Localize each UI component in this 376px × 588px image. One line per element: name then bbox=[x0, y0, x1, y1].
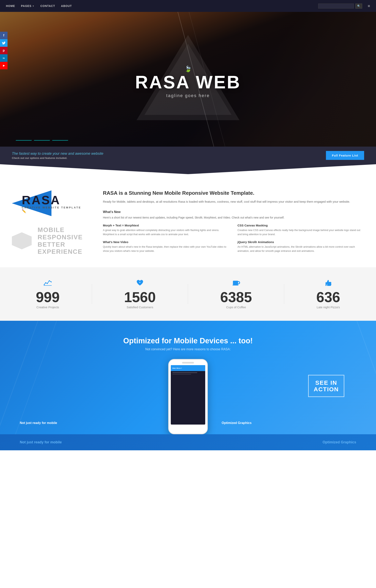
nav-search-area: 🔍 ≡ bbox=[318, 4, 370, 9]
features-left-column: RASA CREATIVE WEBSITE TEMPLATE ✏️ MOBILE… bbox=[12, 190, 91, 255]
logo-name: RASA bbox=[22, 193, 61, 207]
stat-chart-icon bbox=[36, 279, 60, 288]
nav-pages-arrow: ▼ bbox=[32, 5, 34, 7]
ms-line-3 bbox=[356, 321, 376, 434]
phone-content-line bbox=[172, 374, 191, 375]
hero-leaf-icon: 🍃 bbox=[135, 65, 241, 72]
diagonal-left bbox=[0, 164, 188, 174]
whats-new-text: Here's a short list of our newest items … bbox=[103, 215, 364, 220]
stat-label-3: Cups of Coffee bbox=[220, 305, 252, 309]
feature-item-2: CSS Canvas Masking Creative new CSS and … bbox=[238, 224, 364, 237]
tagline-subtext: Check out our options and features inclu… bbox=[12, 156, 103, 160]
stat-creative-projects: 999 Creative Projects bbox=[36, 279, 60, 309]
hero-bottom-lines bbox=[16, 140, 68, 141]
phone-screen-header: Main Menu ≡ bbox=[171, 365, 205, 371]
stat-label-4: Late night Pizza's bbox=[316, 305, 340, 309]
whats-new-section: What's New Here's a short list of our ne… bbox=[103, 210, 364, 253]
stat-customers: ♥ 1560 Satisfied Customers bbox=[124, 279, 156, 309]
whats-new-title: What's New bbox=[103, 210, 364, 214]
blue-diagonal-separator bbox=[0, 164, 376, 174]
hex-icon-wrapper bbox=[12, 230, 34, 252]
see-action-button[interactable]: SEE IN ACTION bbox=[308, 375, 344, 397]
stat-divider-2 bbox=[188, 284, 188, 304]
see-action-line2: ACTION bbox=[314, 386, 339, 392]
stat-coffee-icon bbox=[220, 279, 252, 288]
stat-label-1: Creative Projects bbox=[36, 305, 60, 309]
phone-speaker bbox=[182, 362, 194, 364]
feature-item-1: Morph + Text = Morphtext A great way to … bbox=[103, 224, 230, 237]
hero-section: f p in ▶ 🍃 RASA WEB tagline goes here bbox=[0, 12, 376, 147]
mobile-col-right: Optimized Graphics bbox=[222, 421, 356, 434]
stat-number-3: 6385 bbox=[220, 290, 252, 304]
social-pinterest[interactable]: p bbox=[0, 47, 8, 54]
feature-item-text-3: Quickly learn about what's new in the Ra… bbox=[103, 245, 230, 253]
mobile-labels-block: MOBILE RESPONSIVE BETTER EXPERIENCE bbox=[38, 226, 83, 255]
logo-text-block: RASA CREATIVE WEBSITE TEMPLATE ✏️ bbox=[12, 193, 91, 213]
bottom-teaser: Not just ready for mobile Optimized Grap… bbox=[0, 434, 376, 450]
features-section: RASA CREATIVE WEBSITE TEMPLATE ✏️ MOBILE… bbox=[0, 174, 376, 267]
search-input[interactable] bbox=[318, 4, 354, 9]
mobile-responsive-block: MOBILE RESPONSIVE BETTER EXPERIENCE bbox=[12, 226, 91, 255]
features-intro-title: RASA is a Stunning New Mobile Reponsive … bbox=[103, 190, 364, 196]
phone-content-line bbox=[172, 372, 197, 373]
mobile-label-1: MOBILE bbox=[38, 226, 83, 234]
feature-item-3: What's New Video Quickly learn about wha… bbox=[103, 240, 230, 253]
nav-about[interactable]: ABOUT bbox=[61, 4, 72, 8]
mobile-col-left: Not just ready for mobile bbox=[20, 421, 154, 434]
hero-title: RASA WEB bbox=[135, 73, 241, 91]
feature-item-title-2: CSS Canvas Masking bbox=[238, 224, 364, 227]
stat-divider-1 bbox=[92, 284, 92, 304]
phone-frame: Main Menu ≡ bbox=[168, 359, 208, 434]
social-youtube[interactable]: ▶ bbox=[0, 62, 8, 69]
feature-item-text-4: An HTML alternative to JavaScript animat… bbox=[238, 245, 364, 253]
stat-number-4: 636 bbox=[316, 290, 340, 304]
nav-contact[interactable]: CONTACT bbox=[40, 4, 55, 8]
social-twitter[interactable] bbox=[0, 39, 8, 47]
hamburger-icon[interactable]: ≡ bbox=[368, 4, 370, 8]
social-sidebar: f p in ▶ bbox=[0, 32, 8, 69]
stat-label-2: Satisfied Customers bbox=[124, 305, 156, 309]
stat-thumbsup-icon bbox=[316, 279, 340, 288]
hero-content: 🍃 RASA WEB tagline goes here bbox=[135, 65, 241, 98]
diagonal-right bbox=[188, 164, 376, 174]
features-right-column: RASA is a Stunning New Mobile Reponsive … bbox=[103, 190, 364, 253]
stat-number-2: 1560 bbox=[124, 290, 156, 304]
social-linkedin[interactable]: in bbox=[0, 54, 8, 62]
svg-point-2 bbox=[47, 283, 48, 284]
phone-menu-label: Main Menu ≡ bbox=[172, 367, 182, 369]
feature-item-title-3: What's New Video bbox=[103, 240, 230, 244]
nav-pages[interactable]: PAGES ▼ bbox=[21, 4, 34, 8]
svg-point-3 bbox=[49, 280, 50, 281]
see-action-line1: SEE IN bbox=[314, 379, 339, 386]
feature-item-title-4: jQuery Skrollr Animations bbox=[238, 240, 364, 244]
bottom-teaser-right-link[interactable]: Optimized Graphics bbox=[323, 440, 356, 444]
feature-item-text-2: Creative new CSS and Canvas effects real… bbox=[238, 228, 364, 237]
stat-coffee: 6385 Cups of Coffee bbox=[220, 279, 252, 309]
stat-heart-icon: ♥ bbox=[124, 279, 156, 288]
feature-item-4: jQuery Skrollr Animations An HTML altern… bbox=[238, 240, 364, 253]
mobile-section-inner: Optimized for Mobile Devices ... too! No… bbox=[20, 337, 356, 434]
nav-home[interactable]: HOME bbox=[6, 4, 15, 8]
feature-item-text-1: A great way to grab attention without co… bbox=[103, 228, 230, 237]
mobile-section-subtitle: Not convinced yet? Here are more reasons… bbox=[20, 348, 356, 351]
mobile-col-left-title: Not just ready for mobile bbox=[20, 421, 154, 425]
hero-diag-line-2 bbox=[34, 140, 50, 141]
phone-mockup-wrapper: Main Menu ≡ bbox=[166, 359, 210, 434]
stat-divider-3 bbox=[284, 284, 284, 304]
hero-diag-line-1 bbox=[16, 140, 32, 141]
tagline-bar: The fastest way to create your new and a… bbox=[0, 147, 376, 164]
svg-rect-8 bbox=[232, 285, 239, 285]
social-facebook[interactable]: f bbox=[0, 32, 8, 39]
search-button[interactable]: 🔍 bbox=[355, 4, 362, 9]
tagline-prefix: The fastest way to create your new and a… bbox=[12, 152, 91, 155]
mobile-section-content: Not just ready for mobile Main Menu ≡ bbox=[20, 359, 356, 434]
svg-rect-7 bbox=[233, 281, 238, 285]
hero-tagline: tagline goes here bbox=[135, 93, 241, 98]
svg-point-1 bbox=[45, 282, 46, 283]
feature-list-button[interactable]: Full Feature List bbox=[326, 151, 364, 160]
bottom-teaser-left-link[interactable]: Not just ready for mobile bbox=[20, 440, 62, 444]
mobile-devices-section: Optimized for Mobile Devices ... too! No… bbox=[0, 321, 376, 434]
stats-section: 999 Creative Projects ♥ 1560 Satisfied C… bbox=[0, 267, 376, 321]
stat-number-1: 999 bbox=[36, 290, 60, 304]
phone-screen-content bbox=[171, 371, 205, 377]
